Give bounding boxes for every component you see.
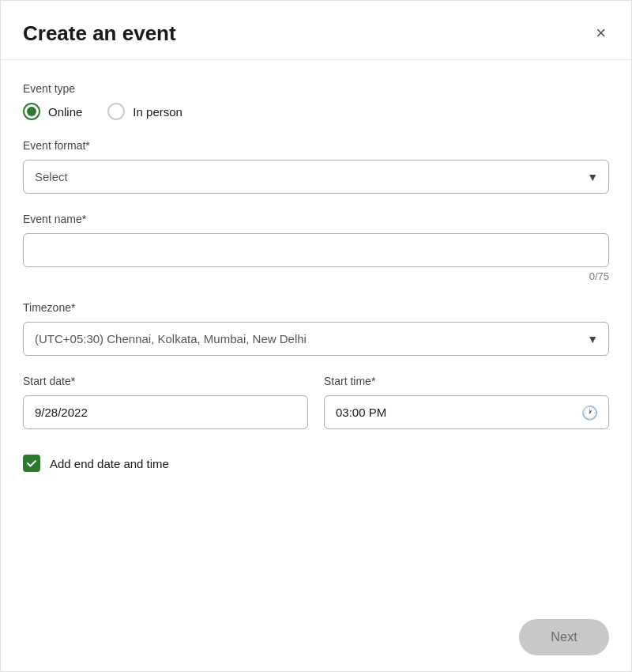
start-time-input[interactable] [324,395,609,429]
radio-online-label: Online [48,105,82,119]
close-button[interactable]: × [592,20,609,47]
start-date-input[interactable] [23,395,308,429]
start-time-section: Start time* 🕐 [324,375,609,429]
radio-in-person-label: In person [133,105,182,119]
event-type-label: Event type [23,82,609,95]
radio-in-person-indicator [107,103,125,120]
event-format-section: Event format* Select Webinar Conference … [23,139,609,194]
event-format-label: Event format* [23,139,609,152]
timezone-wrapper: (UTC+05:30) Chennai, Kolkata, Mumbai, Ne… [23,322,609,356]
modal-footer: Next [1,603,631,671]
event-type-section: Event type Online In person [23,82,609,120]
radio-online-indicator [23,103,40,120]
event-format-select[interactable]: Select Webinar Conference Workshop Meetu… [23,160,609,194]
radio-online[interactable]: Online [23,103,82,120]
modal-title: Create an event [23,21,176,46]
add-end-datetime-label: Add end date and time [50,457,169,470]
close-icon: × [596,23,606,43]
modal-header: Create an event × [1,1,631,60]
event-type-radio-group: Online In person [23,103,609,120]
char-count: 0/75 [23,270,609,282]
add-end-datetime-checkbox[interactable] [23,455,40,472]
event-name-label: Event name* [23,213,609,225]
start-time-wrapper: 🕐 [324,395,609,429]
start-date-section: Start date* [23,375,308,429]
start-time-label: Start time* [324,375,609,387]
timezone-section: Timezone* (UTC+05:30) Chennai, Kolkata, … [23,301,609,356]
checkmark-icon [26,458,37,469]
modal-body: Event type Online In person Event format… [1,60,631,603]
next-button[interactable]: Next [519,619,609,655]
event-name-input[interactable] [23,233,609,267]
datetime-row: Start date* Start time* 🕐 [23,375,609,448]
start-date-label: Start date* [23,375,308,387]
event-name-section: Event name* 0/75 [23,213,609,282]
radio-in-person[interactable]: In person [107,103,182,120]
timezone-label: Timezone* [23,301,609,314]
timezone-select[interactable]: (UTC+05:30) Chennai, Kolkata, Mumbai, Ne… [23,322,609,356]
event-format-wrapper: Select Webinar Conference Workshop Meetu… [23,160,609,194]
add-end-datetime-row: Add end date and time [23,455,609,472]
create-event-modal: Create an event × Event type Online In p… [0,0,632,672]
